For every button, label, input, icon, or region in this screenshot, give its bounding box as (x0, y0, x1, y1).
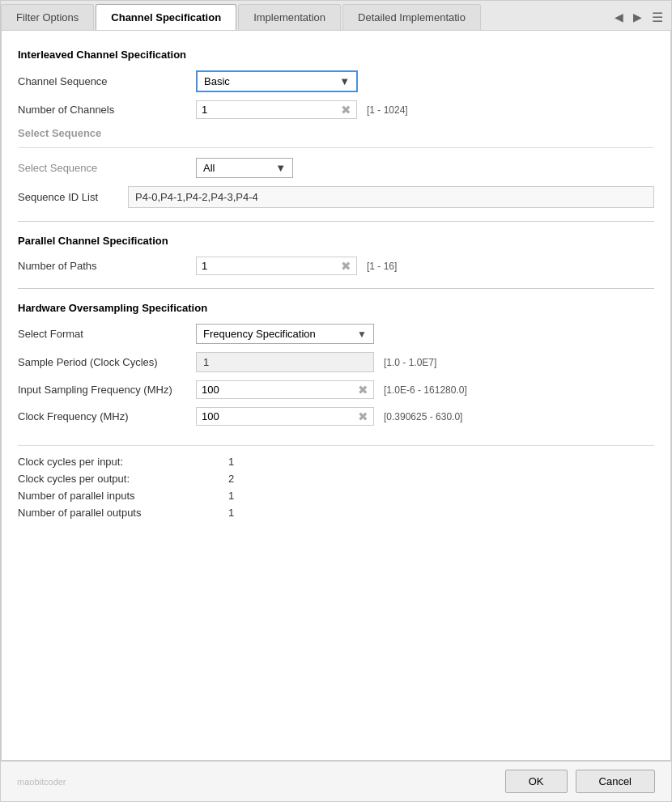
main-content: Interleaved Channel Specification Channe… (1, 31, 671, 761)
input-sampling-input[interactable] (202, 384, 355, 396)
sample-period-row: Sample Period (Clock Cycles) 1 [1.0 - 1.… (18, 352, 654, 372)
bottom-bar: maobitcoder OK Cancel (1, 761, 671, 801)
select-format-label: Select Format (18, 328, 196, 340)
parallel-inputs-label: Number of parallel inputs (18, 490, 228, 502)
clock-per-output-value: 2 (228, 473, 234, 485)
clock-freq-input-wrap: ✖ (196, 407, 374, 426)
input-sampling-label: Input Sampling Frequency (MHz) (18, 384, 196, 396)
hardware-section-header: Hardware Oversampling Specification (18, 302, 654, 314)
sample-period-label: Sample Period (Clock Cycles) (18, 356, 196, 368)
tab-filter-options[interactable]: Filter Options (1, 4, 94, 30)
num-paths-input[interactable] (202, 260, 338, 272)
num-paths-clear-icon[interactable]: ✖ (341, 260, 351, 272)
hardware-divider (18, 288, 654, 289)
select-sequence-header: Select Sequence (18, 127, 654, 139)
select-sequence-divider (18, 147, 654, 148)
input-sampling-row: Input Sampling Frequency (MHz) ✖ [1.0E-6… (18, 380, 654, 399)
clock-per-output-row: Clock cycles per output: 2 (18, 473, 654, 485)
watermark: maobitcoder (17, 777, 66, 787)
input-sampling-range: [1.0E-6 - 161280.0] (384, 384, 467, 396)
tab-bar: Filter Options Channel Specification Imp… (1, 1, 671, 31)
parallel-outputs-row: Number of parallel outputs 1 (18, 507, 654, 519)
clock-freq-label: Clock Frequency (MHz) (18, 410, 196, 422)
num-paths-input-wrap: ✖ (196, 257, 357, 275)
select-sequence-label: Select Sequence (18, 162, 196, 174)
select-sequence-arrow-icon: ▼ (275, 162, 286, 174)
num-paths-range: [1 - 16] (367, 261, 397, 272)
input-sampling-clear-icon[interactable]: ✖ (358, 384, 368, 396)
num-paths-label: Number of Paths (18, 260, 196, 272)
parallel-outputs-value: 1 (228, 507, 234, 519)
clock-freq-input[interactable] (202, 410, 355, 422)
sample-period-range: [1.0 - 1.0E7] (384, 357, 436, 368)
num-channels-input-wrap: ✖ (196, 100, 357, 119)
tab-menu-icon[interactable]: ☰ (649, 8, 666, 27)
clock-per-input-value: 1 (228, 456, 234, 468)
clock-per-input-row: Clock cycles per input: 1 (18, 456, 654, 468)
seq-id-row: Sequence ID List P4-0,P4-1,P4-2,P4-3,P4-… (18, 186, 654, 208)
select-format-value: Frequency Specification (203, 328, 316, 340)
seq-id-label: Sequence ID List (18, 191, 123, 203)
select-sequence-select[interactable]: All ▼ (196, 158, 293, 178)
parallel-inputs-value: 1 (228, 490, 234, 502)
tab-implementation[interactable]: Implementation (238, 4, 341, 30)
tab-scroll-right-icon[interactable]: ▶ (630, 9, 645, 25)
tab-channel-spec[interactable]: Channel Specification (96, 4, 236, 30)
num-channels-input[interactable] (202, 104, 338, 116)
clock-freq-row: Clock Frequency (MHz) ✖ [0.390625 - 630.… (18, 407, 654, 426)
tab-scroll-left-icon[interactable]: ◀ (611, 9, 627, 25)
clock-per-input-label: Clock cycles per input: (18, 456, 228, 468)
clock-freq-range: [0.390625 - 630.0] (384, 411, 462, 422)
input-sampling-input-wrap: ✖ (196, 380, 374, 399)
interleaved-section-header: Interleaved Channel Specification (18, 49, 654, 61)
parallel-section-header: Parallel Channel Specification (18, 235, 654, 247)
tab-detailed-impl[interactable]: Detailed Implementatio (342, 4, 481, 30)
channel-sequence-arrow-icon: ▼ (339, 75, 350, 87)
clock-freq-clear-icon[interactable]: ✖ (358, 410, 368, 422)
num-channels-label: Number of Channels (18, 104, 196, 116)
num-channels-clear-icon[interactable]: ✖ (341, 104, 351, 116)
parallel-outputs-label: Number of parallel outputs (18, 507, 228, 519)
sample-period-value: 1 (196, 352, 374, 372)
channel-sequence-select[interactable]: Basic ▼ (196, 70, 358, 92)
select-format-row: Select Format Frequency Specification ▼ (18, 324, 654, 344)
num-paths-row: Number of Paths ✖ [1 - 16] (18, 257, 654, 275)
select-format-arrow-icon: ▼ (357, 329, 367, 340)
channel-sequence-label: Channel Sequence (18, 75, 196, 87)
select-sequence-value: All (203, 162, 215, 174)
channel-sequence-value: Basic (204, 75, 230, 87)
select-format-select[interactable]: Frequency Specification ▼ (196, 324, 374, 344)
parallel-inputs-row: Number of parallel inputs 1 (18, 490, 654, 502)
select-sequence-row: Select Sequence All ▼ (18, 158, 654, 178)
channel-sequence-row: Channel Sequence Basic ▼ (18, 70, 654, 92)
parallel-divider (18, 221, 654, 222)
num-channels-range: [1 - 1024] (367, 104, 408, 116)
stats-block: Clock cycles per input: 1 Clock cycles p… (18, 445, 654, 519)
ok-button[interactable]: OK (505, 770, 568, 793)
num-channels-row: Number of Channels ✖ [1 - 1024] (18, 100, 654, 119)
seq-id-value: P4-0,P4-1,P4-2,P4-3,P4-4 (128, 186, 654, 208)
clock-per-output-label: Clock cycles per output: (18, 473, 228, 485)
cancel-button[interactable]: Cancel (576, 770, 655, 793)
